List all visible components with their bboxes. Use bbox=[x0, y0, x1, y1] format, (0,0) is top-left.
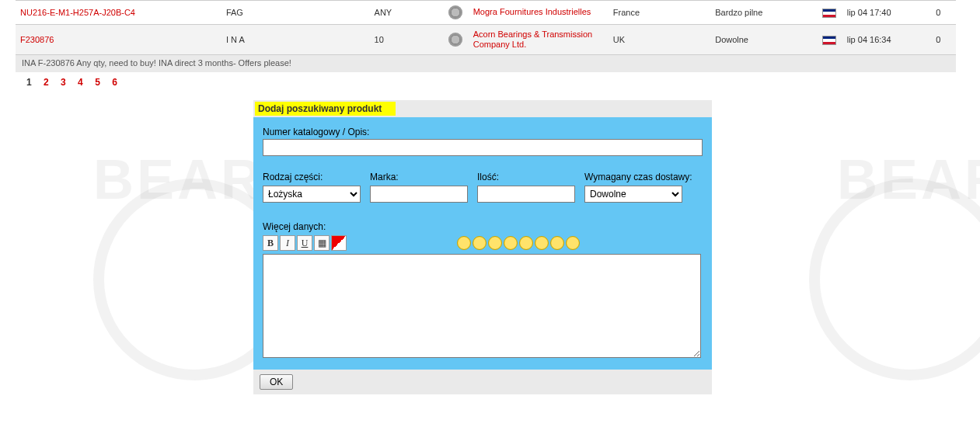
page-link[interactable]: 6 bbox=[112, 77, 117, 88]
date-cell: lip 04 17:40 bbox=[842, 1, 931, 25]
page-current: 1 bbox=[26, 77, 32, 88]
table-row: NU216-E-M1-H257A-J20B-C4 FAG ANY Mogra F… bbox=[16, 1, 956, 25]
emoji-wink-icon[interactable] bbox=[504, 236, 518, 250]
color-button[interactable] bbox=[331, 235, 347, 251]
brand-cell: I N A bbox=[221, 25, 370, 55]
brand-cell: FAG bbox=[221, 1, 370, 25]
emoji-surprised-icon[interactable] bbox=[566, 236, 580, 250]
editor-toolbar: B I U ▦ bbox=[263, 235, 703, 251]
results-table: NU216-E-M1-H257A-J20B-C4 FAG ANY Mogra F… bbox=[16, 0, 956, 72]
qty-cell: 10 bbox=[370, 25, 444, 55]
qty-label: Ilość: bbox=[477, 172, 575, 182]
delivery-select[interactable]: Dowolne bbox=[584, 186, 682, 203]
table-row: F230876 I N A 10 Acorn Bearings & Transm… bbox=[16, 25, 956, 55]
qty-input[interactable] bbox=[477, 186, 575, 203]
delivery-label: Wymagany czas dostawy: bbox=[584, 172, 692, 182]
emoji-smile-icon[interactable] bbox=[519, 236, 533, 250]
catalog-label: Numer katalogowy / Opis: bbox=[263, 127, 703, 137]
bearing-icon bbox=[448, 33, 462, 47]
bearing-icon bbox=[448, 5, 462, 19]
note-cell: INA F-230876 Any qty, need to buy! INA d… bbox=[16, 55, 956, 73]
flag-icon bbox=[822, 9, 836, 18]
brand-input[interactable] bbox=[370, 186, 468, 203]
add-product-form: Dodaj poszukiwany produkt Numer katalogo… bbox=[253, 100, 712, 394]
emoji-cool-icon[interactable] bbox=[550, 236, 564, 250]
priority-cell: Bardzo pilne bbox=[710, 1, 818, 25]
emoji-sad-icon[interactable] bbox=[473, 236, 487, 250]
form-header: Dodaj poszukiwany produkt bbox=[253, 100, 712, 117]
bold-button[interactable]: B bbox=[263, 235, 278, 251]
italic-button[interactable]: I bbox=[280, 235, 295, 251]
page-link[interactable]: 5 bbox=[95, 77, 100, 88]
page-link[interactable]: 3 bbox=[61, 77, 66, 88]
flag-icon bbox=[822, 36, 836, 45]
count-cell: 0 bbox=[931, 1, 956, 25]
emoji-tongue-icon[interactable] bbox=[535, 236, 549, 250]
product-code-link[interactable]: F230876 bbox=[20, 35, 54, 44]
watermark-text-right: BEARI bbox=[837, 148, 980, 211]
more-data-label: Więcej danych: bbox=[263, 221, 703, 232]
product-code-link[interactable]: NU216-E-M1-H257A-J20B-C4 bbox=[20, 8, 135, 17]
emoji-row bbox=[457, 236, 580, 250]
company-link[interactable]: Mogra Fournitures Industrielles bbox=[473, 7, 591, 17]
underline-button[interactable]: U bbox=[297, 235, 312, 251]
company-link[interactable]: Acorn Bearings & Transmission Company Lt… bbox=[473, 30, 604, 50]
table-row-note: INA F-230876 Any qty, need to buy! INA d… bbox=[16, 55, 956, 73]
part-type-label: Rodzaj części: bbox=[263, 172, 361, 182]
more-data-textarea[interactable] bbox=[263, 254, 701, 358]
image-button[interactable]: ▦ bbox=[314, 235, 330, 251]
count-cell: 0 bbox=[931, 25, 956, 55]
priority-cell: Dowolne bbox=[710, 25, 818, 55]
watermark-circle-right bbox=[809, 179, 980, 380]
country-cell: UK bbox=[609, 25, 710, 55]
pagination: 1 2 3 4 5 6 bbox=[26, 77, 980, 88]
part-type-select[interactable]: Łożyska bbox=[263, 186, 361, 203]
date-cell: lip 04 16:34 bbox=[842, 25, 931, 55]
emoji-laugh-icon[interactable] bbox=[488, 236, 502, 250]
page-link[interactable]: 4 bbox=[78, 77, 83, 88]
qty-cell: ANY bbox=[370, 1, 444, 25]
country-cell: France bbox=[609, 1, 710, 25]
emoji-grin-icon[interactable] bbox=[457, 236, 471, 250]
ok-button[interactable]: OK bbox=[260, 374, 293, 390]
page-link[interactable]: 2 bbox=[44, 77, 49, 88]
form-title: Dodaj poszukiwany produkt bbox=[255, 102, 396, 116]
catalog-input[interactable] bbox=[263, 139, 703, 156]
brand-label: Marka: bbox=[370, 172, 468, 182]
